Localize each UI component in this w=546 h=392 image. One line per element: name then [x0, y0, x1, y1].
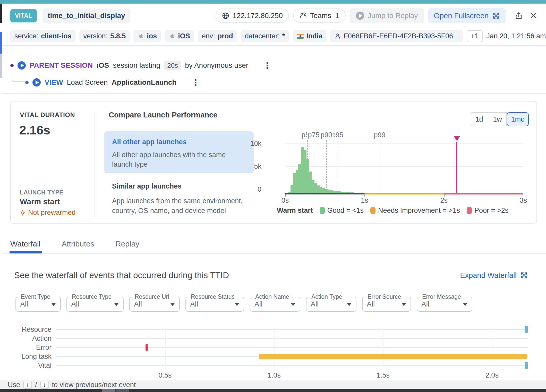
x-axis-label: 0s — [281, 197, 289, 204]
row-label-vital: Vital — [0, 362, 52, 369]
tag-os[interactable]: iOS — [165, 30, 194, 42]
tag-user-id[interactable]: F068FB6E-E6ED-4F2B-B393-5F06... — [330, 30, 463, 42]
vital-summary-card: VITAL DURATION 2.16s LAUNCH TYPE Warm st… — [10, 101, 537, 224]
chevron-down-icon — [347, 303, 352, 306]
histogram-bar — [322, 188, 325, 193]
kebab-menu-icon[interactable]: ⋮ — [189, 78, 202, 87]
legend-title: Warm start — [277, 207, 313, 215]
filter-error-source[interactable]: Error SourceAll — [362, 297, 411, 312]
share-button[interactable] — [514, 11, 523, 20]
percentile-line-p95 — [338, 140, 338, 193]
compare-option-similar[interactable]: Similar app launches App launches from t… — [112, 182, 264, 216]
option-description: All other app launches with the same lau… — [112, 150, 238, 169]
waterfall-event-vital[interactable] — [525, 362, 528, 369]
histogram-bar — [304, 150, 306, 193]
view-name: ApplicationLaunch — [112, 78, 176, 87]
hint-separator: / — [35, 381, 37, 389]
detail-tabs: Waterfall Attributes Replay — [10, 240, 139, 252]
hint-text: Use — [8, 381, 20, 389]
tag-country[interactable]: India — [293, 30, 327, 42]
tag-datacenter[interactable]: datacenter:* — [241, 30, 289, 42]
expand-icon — [492, 12, 500, 20]
tags-overflow-button[interactable]: +1 — [467, 30, 483, 42]
waterfall-gridline — [165, 328, 166, 368]
divider — [3, 93, 546, 94]
waterfall-track-area[interactable]: 0.5s1.0s1.5s2.0s — [56, 325, 528, 370]
view-row[interactable]: VIEW Load Screen ApplicationLaunch ⋮ — [25, 75, 202, 90]
filter-event-type[interactable]: Event TypeAll — [15, 297, 61, 312]
expand-waterfall-label: Expand Waterfall — [460, 271, 517, 280]
histogram-bar — [330, 190, 333, 193]
histogram-bar — [291, 185, 293, 193]
track-line — [56, 338, 528, 339]
waterfall-heading: See the waterfall of events that occurre… — [14, 270, 229, 280]
x-axis-tick — [285, 194, 286, 197]
waterfall-event-long-task[interactable] — [259, 354, 527, 359]
chevron-down-icon — [51, 303, 56, 306]
baseline-zone — [285, 193, 364, 194]
ip-address: 122.172.80.250 — [233, 12, 283, 20]
parent-session-row[interactable]: PARENT SESSION iOS session lasting 20s b… — [10, 58, 274, 73]
waterfall-axis-label: 0.5s — [159, 371, 172, 379]
tab-waterfall[interactable]: Waterfall — [10, 240, 40, 252]
filter-action-name[interactable]: Action NameAll — [250, 297, 300, 312]
waterfall-chart: Resource Action Error Long task Vital 0.… — [0, 325, 546, 380]
ip-address-pill[interactable]: 122.172.80.250 — [216, 8, 289, 23]
histogram-bar — [296, 170, 298, 193]
arrow-down-keycap: ↓ — [40, 381, 49, 389]
teams-pill[interactable]: Teams 1 — [293, 8, 346, 23]
vital-value-marker-triangle — [454, 136, 460, 141]
range-1w-button[interactable]: 1w — [488, 112, 507, 126]
waterfall-axis-label: 2.0s — [485, 371, 499, 379]
percentile-label-p75: p75 — [307, 131, 320, 139]
filter-resource-url[interactable]: Resource UrlAll — [129, 297, 180, 312]
y-axis-label-0: 0 — [243, 185, 261, 193]
chevron-down-icon — [114, 303, 119, 306]
filter-resource-status[interactable]: Resource StatusAll — [185, 297, 244, 312]
percentile-label-p90: p90 — [320, 131, 333, 139]
tag-version[interactable]: version:5.8.5 — [79, 30, 130, 42]
tab-replay[interactable]: Replay — [115, 240, 139, 252]
tab-attributes[interactable]: Attributes — [62, 240, 94, 252]
waterfall-event-error[interactable] — [146, 344, 148, 351]
legend-swatch — [320, 207, 325, 214]
compare-option-all-other[interactable]: All other app launches All other app lau… — [104, 131, 254, 173]
filter-action-type[interactable]: Action TypeAll — [306, 297, 356, 312]
x-axis-tick — [364, 194, 365, 197]
vital-value-marker — [456, 142, 457, 193]
close-icon[interactable]: ✕ — [527, 11, 540, 21]
histogram-bar — [298, 164, 301, 193]
jump-to-replay-button[interactable]: Jump to Replay — [350, 8, 424, 23]
histogram-bar — [301, 147, 304, 193]
kebab-menu-icon[interactable]: ⋮ — [261, 61, 274, 70]
open-fullscreen-button[interactable]: Open Fullscreen — [428, 8, 506, 23]
range-1mo-button[interactable]: 1mo — [507, 112, 529, 126]
expand-waterfall-link[interactable]: Expand Waterfall — [460, 271, 528, 280]
launch-distribution-chart[interactable]: p50p75p90p95p990s1s2s3s — [285, 143, 523, 193]
arrow-up-keycap: ↑ — [23, 381, 32, 389]
legend-swatch — [370, 207, 376, 214]
range-1d-button[interactable]: 1d — [470, 112, 488, 126]
option-description: App launches from the same environment, … — [112, 196, 264, 216]
filter-error-message[interactable]: Error MessageAll — [417, 297, 472, 312]
filter-resource-type[interactable]: Resource TypeAll — [66, 297, 124, 312]
background-page-fragment — [0, 54, 2, 78]
chevron-down-icon — [463, 303, 468, 306]
chevron-down-icon — [401, 303, 406, 306]
play-view-icon[interactable] — [32, 78, 41, 87]
histogram-bar — [309, 172, 312, 193]
track-line — [56, 329, 528, 330]
chevron-down-icon — [234, 303, 240, 306]
launch-type-value: Warm start — [20, 197, 60, 206]
waterfall-event-resource[interactable] — [525, 326, 528, 333]
tag-service[interactable]: service:client-ios — [10, 30, 76, 42]
play-session-icon[interactable] — [18, 61, 26, 70]
row-label-long-task: Long task — [0, 353, 52, 360]
x-axis-tick — [523, 194, 523, 197]
parent-session-badge: PARENT SESSION — [30, 61, 93, 70]
tag-env[interactable]: env:prod — [198, 30, 237, 42]
card-divider — [95, 113, 95, 217]
session-user: by Anonymous user — [185, 61, 248, 70]
header-divider — [510, 10, 510, 21]
tag-os-lower[interactable]: ios — [133, 30, 161, 42]
